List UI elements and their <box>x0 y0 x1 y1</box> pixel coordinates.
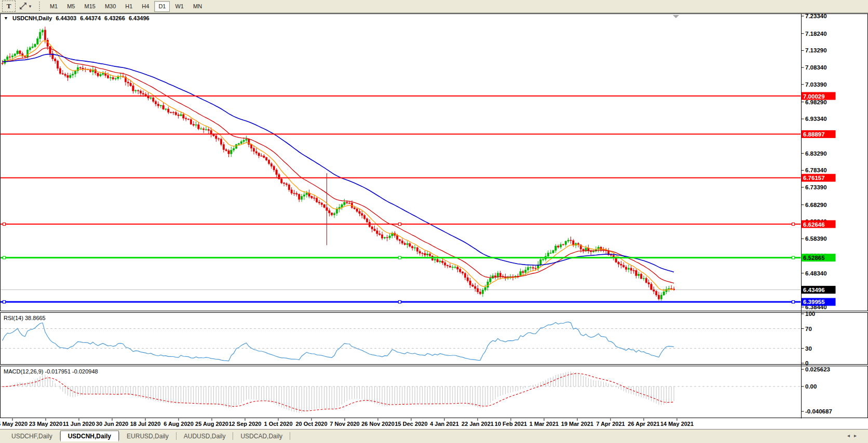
date-axis-tick: 10 Feb 2021 <box>495 421 527 427</box>
price-tag-label: 6.39955 <box>803 299 825 305</box>
timeframe-button-d1[interactable]: D1 <box>154 1 170 12</box>
macd-signal-value: -0.020948 <box>72 368 98 375</box>
price-axis-tick: 6.93340 <box>805 116 827 122</box>
date-axis-tick: 22 Jan 2021 <box>462 421 494 427</box>
date-axis-tick: 23 May 2020 <box>29 421 62 427</box>
date-axis-tick: 26 Apr 2021 <box>628 421 659 427</box>
macd-name: MACD(12,26,9) <box>4 368 43 375</box>
price-tag-label: 6.76157 <box>803 175 825 181</box>
line-handle[interactable] <box>399 223 401 226</box>
tab-scroll-left-icon[interactable]: ◂ <box>847 433 854 438</box>
date-axis-tick: 30 Jun 2020 <box>96 421 128 427</box>
ohlc-open: 6.44303 <box>56 15 76 21</box>
tab-scroll-arrows[interactable]: ◂▸ <box>847 433 861 438</box>
rsi-axis-tick: 30 <box>805 345 812 352</box>
price-axis-tick: 6.83290 <box>805 150 827 157</box>
text-tool-button[interactable]: T <box>2 1 16 12</box>
tab-eurusd[interactable]: EURUSD,Daily <box>119 431 176 441</box>
timeframe-button-h1[interactable]: H1 <box>121 1 137 12</box>
price-axis-tick: 7.13290 <box>805 47 827 53</box>
rsi-indicator-label: RSI(14) 38.8665 <box>4 315 46 321</box>
symbol-title: USDCNH,Daily <box>12 15 52 21</box>
line-handle[interactable] <box>792 256 795 259</box>
date-axis-tick: 14 May 2021 <box>660 421 694 427</box>
tab-audusd[interactable]: AUDUSD,Daily <box>177 431 233 441</box>
price-axis-tick: 7.18240 <box>805 31 827 37</box>
date-axis-tick: 19 Mar 2021 <box>561 421 593 427</box>
line-handle[interactable] <box>792 223 795 226</box>
date-axis-tick: 6 Aug 2020 <box>164 421 194 427</box>
price-chart[interactable]: 7.233407.182407.132907.083407.033906.982… <box>0 13 868 429</box>
date-axis-tick: 7 Apr 2021 <box>596 421 625 427</box>
date-axis-tick: 1 Mar 2021 <box>530 421 559 427</box>
date-axis-tick: 7 Nov 2020 <box>330 421 359 427</box>
timeframe-button-m5[interactable]: M5 <box>63 1 79 12</box>
chevron-down-icon: ▼ <box>28 4 32 9</box>
date-axis-tick: 15 Dec 2020 <box>395 421 428 427</box>
text-tool-label: T <box>7 2 11 10</box>
price-axis-tick: 6.68290 <box>805 202 827 208</box>
tab-usdchf[interactable]: USDCHF,Daily <box>4 431 60 441</box>
chart-title: ▼ USDCNH,Daily 6.44303 6.44374 6.43266 6… <box>3 15 152 21</box>
price-axis-tick: 7.08340 <box>805 64 827 71</box>
top-toolbar: T ▼ M1M5M15M30H1H4D1W1MN <box>0 0 868 13</box>
price-tag-label: 7.00029 <box>803 93 825 100</box>
price-tag-label: 6.43496 <box>803 287 825 293</box>
main-panel <box>1 14 868 311</box>
arrange-arrows-button[interactable]: ▼ <box>18 1 34 12</box>
rsi-axis-tick: 0 <box>805 360 808 366</box>
macd-axis-tick: 0.025623 <box>805 366 830 372</box>
rsi-name: RSI(14) <box>4 315 23 321</box>
rsi-axis-tick: 70 <box>805 326 812 332</box>
timeframe-button-m15[interactable]: M15 <box>80 1 99 12</box>
date-axis-tick: 1 Oct 2020 <box>264 421 292 427</box>
price-axis-tick: 7.03390 <box>805 81 827 88</box>
price-axis-tick: 6.78340 <box>805 167 827 173</box>
macd-main-value: -0.017951 <box>45 368 71 375</box>
price-tag-label: 6.62646 <box>803 222 825 228</box>
ohlc-low: 6.43266 <box>104 15 125 21</box>
trading-platform-window: T ▼ M1M5M15M30H1H4D1W1MN 7.233407.182407… <box>0 0 868 443</box>
rsi-axis-tick: 100 <box>805 311 815 317</box>
tab-scroll-right-icon[interactable]: ▸ <box>854 433 861 438</box>
timeframe-button-h4[interactable]: H4 <box>138 1 153 12</box>
date-axis-tick: 11 Jun 2020 <box>63 421 95 427</box>
line-handle[interactable] <box>792 300 795 303</box>
rsi-value: 38.8665 <box>25 315 46 321</box>
price-tag-label: 6.88897 <box>803 131 825 137</box>
macd-axis-tick: -0.040687 <box>805 408 832 414</box>
collapse-triangle-icon[interactable]: ▼ <box>4 16 8 21</box>
symbol-tabs: USDCHF,DailyUSDCNH,DailyEURUSD,DailyAUDU… <box>4 431 290 441</box>
date-axis-tick: 12 Sep 2020 <box>229 421 262 427</box>
tab-usdcad[interactable]: USDCAD,Daily <box>233 431 290 441</box>
symbol-tab-bar: USDCHF,DailyUSDCNH,DailyEURUSD,DailyAUDU… <box>0 429 868 443</box>
ohlc-close: 6.43496 <box>129 15 150 21</box>
date-axis-tick: 5 May 2020 <box>0 421 28 427</box>
line-handle[interactable] <box>399 300 401 303</box>
date-axis-tick: 26 Nov 2020 <box>361 421 395 427</box>
tab-usdcnh[interactable]: USDCNH,Daily <box>60 431 119 441</box>
tab-divider <box>290 432 290 440</box>
date-axis-tick: 18 Jul 2020 <box>130 421 161 427</box>
line-handle[interactable] <box>3 300 6 303</box>
line-handle[interactable] <box>3 223 6 226</box>
date-axis-tick: 20 Oct 2020 <box>295 421 327 427</box>
rsi-panel <box>1 313 868 365</box>
ohlc-high: 6.44374 <box>80 15 101 21</box>
toolbar-grip <box>39 2 42 11</box>
price-axis-tick: 7.23340 <box>805 13 827 19</box>
timeframe-button-m1[interactable]: M1 <box>46 1 62 12</box>
timeframe-button-m30[interactable]: M30 <box>101 1 120 12</box>
macd-indicator-label: MACD(12,26,9) -0.017951 -0.020948 <box>4 368 98 375</box>
price-tag-label: 6.52865 <box>803 255 825 261</box>
line-handle[interactable] <box>3 256 6 259</box>
timeframe-button-w1[interactable]: W1 <box>171 1 188 12</box>
line-handle[interactable] <box>399 256 401 259</box>
timeframe-toolbar: M1M5M15M30H1H4D1W1MN <box>45 0 207 13</box>
price-axis-tick: 6.58390 <box>805 236 827 242</box>
diagonal-arrows-icon <box>19 3 27 10</box>
date-axis-tick: 4 Jan 2021 <box>430 421 459 427</box>
price-axis-tick: 6.48340 <box>805 270 827 276</box>
macd-axis-tick: 0.00 <box>805 383 817 390</box>
timeframe-button-mn[interactable]: MN <box>189 1 206 12</box>
